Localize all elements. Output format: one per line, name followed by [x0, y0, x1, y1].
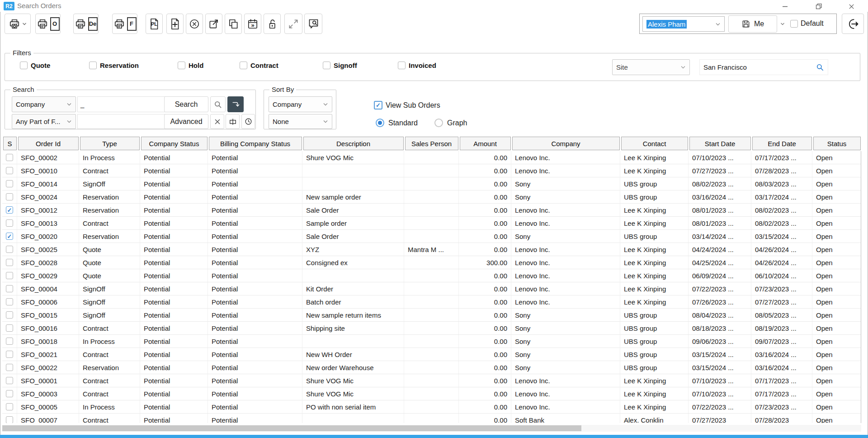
table-row[interactable]: SFO_00018 In Process Potential Potential… — [2, 335, 861, 348]
table-row[interactable]: SFO_00004 SignOff Potential Potential Ki… — [2, 282, 861, 295]
row-select-checkbox[interactable] — [6, 311, 13, 319]
search-icon[interactable] — [816, 63, 824, 71]
column-header-type[interactable]: Type — [80, 137, 140, 150]
table-row[interactable]: SFO_00013 Contract Potential Potential S… — [2, 217, 861, 230]
row-select-checkbox[interactable] — [6, 154, 13, 161]
filter-contract[interactable]: ✓Contract — [240, 62, 278, 69]
user-select[interactable]: Alexis Pham — [642, 16, 725, 32]
row-select-checkbox[interactable]: ✓ — [6, 206, 13, 214]
table-row[interactable]: SFO_00021 Contract Potential Potential N… — [2, 348, 861, 361]
row-select-checkbox[interactable] — [6, 364, 13, 371]
print-delivery-button[interactable]: De — [73, 14, 99, 34]
column-header-s[interactable]: S — [3, 137, 17, 150]
table-row[interactable]: SFO_00005 In Process Potential Potential… — [2, 400, 861, 414]
row-select-checkbox[interactable] — [6, 403, 13, 410]
table-row[interactable]: SFO_00003 Contract Potential Potential S… — [2, 387, 861, 400]
quick-search-button[interactable] — [210, 96, 226, 112]
column-header-company[interactable]: Company — [512, 137, 620, 150]
table-row[interactable]: SFO_00002 In Process Potential Potential… — [2, 151, 861, 164]
table-row[interactable]: SFO_00006 SignOff Potential Potential Ba… — [2, 295, 861, 309]
pick-list-button[interactable]: PL — [146, 14, 163, 34]
match-type-select[interactable]: Any Part of F... — [12, 114, 76, 129]
column-header-billing-company-status[interactable]: Billing Company Status — [209, 137, 302, 150]
invoiced-checkbox[interactable]: ✓ — [398, 62, 406, 69]
table-row[interactable]: ✓ SFO_00012 Reservation Potential Potent… — [2, 204, 861, 217]
sort-secondary-select[interactable]: None — [269, 114, 332, 129]
export-order-button[interactable] — [205, 14, 222, 34]
default-checkbox[interactable]: ✓ — [790, 20, 798, 28]
column-header-status[interactable]: Status — [813, 137, 861, 150]
column-header-description[interactable]: Description — [303, 137, 404, 150]
cancel-order-button[interactable] — [186, 14, 203, 34]
row-select-checkbox[interactable] — [6, 272, 13, 279]
contract-checkbox[interactable]: ✓ — [240, 62, 247, 69]
site-search-field[interactable]: San Francisco — [699, 59, 828, 75]
copy-order-button[interactable] — [225, 14, 242, 34]
exit-button[interactable] — [842, 14, 864, 34]
unlock-order-button[interactable] — [264, 14, 281, 34]
view-sub-orders-option[interactable]: ✓ View Sub Orders — [374, 101, 440, 110]
table-row[interactable]: SFO_00010 Contract Potential Potential 0… — [2, 164, 861, 177]
row-select-checkbox[interactable]: ✓ — [6, 233, 13, 240]
print-order-button[interactable]: O — [35, 14, 61, 34]
me-dropdown-button[interactable] — [778, 18, 787, 30]
row-select-checkbox[interactable] — [6, 338, 13, 345]
graph-mode-option[interactable]: Graph — [434, 119, 467, 127]
table-row[interactable]: SFO_00014 SignOff Potential Potential 0.… — [2, 177, 861, 190]
standard-mode-option[interactable]: Standard — [376, 119, 418, 127]
close-button[interactable] — [840, 0, 863, 13]
row-select-checkbox[interactable] — [6, 259, 13, 266]
extend-order-button[interactable]: » — [244, 14, 261, 34]
print-button[interactable] — [5, 14, 31, 34]
table-row[interactable]: SFO_00022 Reservation Potential Potentia… — [2, 361, 861, 374]
row-select-checkbox[interactable] — [6, 298, 13, 305]
scrollbar-thumb[interactable] — [2, 425, 581, 431]
table-row[interactable]: SFO_00015 SignOff Potential Potential Ne… — [2, 309, 861, 322]
filter-signoff[interactable]: ✓Signoff — [323, 62, 357, 69]
table-row[interactable]: SFO_00001 Contract Potential Potential S… — [2, 374, 861, 387]
order-search-notes-button[interactable] — [304, 14, 322, 34]
filter-reservation[interactable]: ✓Reservation — [89, 62, 139, 69]
column-header-start-date[interactable]: Start Date — [689, 137, 751, 150]
table-row[interactable]: SFO_00028 Quote Potential Potential Cons… — [2, 256, 861, 269]
table-row[interactable]: SFO_00025 Quote Potential Potential XYZ … — [2, 243, 861, 256]
row-select-checkbox[interactable] — [6, 219, 13, 227]
column-header-company-status[interactable]: Company Status — [141, 137, 208, 150]
row-select-checkbox[interactable] — [6, 351, 13, 358]
fit-columns-button[interactable] — [226, 114, 240, 129]
row-select-checkbox[interactable] — [6, 167, 13, 174]
row-select-checkbox[interactable] — [6, 377, 13, 384]
site-select[interactable]: Site — [612, 59, 690, 75]
column-header-amount[interactable]: Amount — [460, 137, 511, 150]
horizontal-scrollbar[interactable] — [2, 425, 861, 432]
table-row[interactable]: SFO_00007 Contract Potential Potential 0… — [2, 414, 861, 423]
advanced-button[interactable]: Advanced — [164, 114, 208, 129]
print-forms-button[interactable]: F — [112, 14, 137, 34]
run-search-button[interactable] — [227, 96, 244, 112]
table-row[interactable]: SFO_00029 Quote Potential Potential 0.00… — [2, 269, 861, 282]
reservation-checkbox[interactable]: ✓ — [89, 62, 97, 69]
view-sub-orders-checkbox[interactable]: ✓ — [374, 101, 382, 110]
signoff-checkbox[interactable]: ✓ — [323, 62, 330, 69]
column-header-end-date[interactable]: End Date — [752, 137, 812, 150]
quote-checkbox[interactable]: ✓ — [20, 62, 28, 69]
search-button[interactable]: Search — [164, 96, 208, 112]
advanced-search-input[interactable] — [77, 114, 166, 129]
table-row[interactable]: ✓ SFO_00020 Reservation Potential Potent… — [2, 230, 861, 243]
minimize-button[interactable] — [774, 0, 797, 13]
hold-checkbox[interactable]: ✓ — [178, 62, 185, 69]
search-field-select[interactable]: Company — [12, 96, 76, 112]
search-history-button[interactable] — [241, 114, 255, 129]
row-select-checkbox[interactable] — [6, 390, 13, 397]
expand-window-button[interactable] — [284, 14, 302, 34]
row-select-checkbox[interactable] — [6, 180, 13, 187]
column-header-contact[interactable]: Contact — [621, 137, 688, 150]
standard-radio[interactable] — [376, 119, 384, 127]
table-row[interactable]: SFO_00016 Contract Potential Potential S… — [2, 322, 861, 335]
row-select-checkbox[interactable] — [6, 285, 13, 292]
column-header-sales-person[interactable]: Sales Person — [405, 137, 458, 150]
row-select-checkbox[interactable] — [6, 324, 13, 332]
restore-button[interactable] — [807, 0, 830, 13]
filter-hold[interactable]: ✓Hold — [178, 62, 203, 69]
search-input[interactable]: _ — [77, 96, 166, 112]
